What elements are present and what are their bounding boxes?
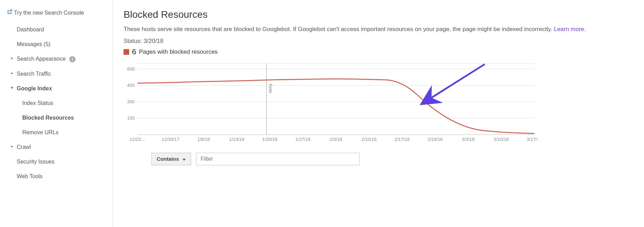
svg-text:450: 450 <box>127 83 135 88</box>
learn-more-link[interactable]: Learn more. <box>554 26 586 32</box>
status-text: Status: 3/20/18 <box>124 38 634 45</box>
sidebar-item-index-status[interactable]: Index Status <box>0 96 113 111</box>
sidebar-item-messages[interactable]: Messages (5) <box>0 37 113 52</box>
main-content: Blocked Resources These hosts serve site… <box>113 0 644 227</box>
svg-text:1/27/18: 1/27/18 <box>295 137 310 142</box>
filter-row: Contains <box>124 153 634 165</box>
svg-text:2/24/18: 2/24/18 <box>427 137 442 142</box>
svg-line-25 <box>429 64 485 100</box>
svg-text:1/20/18: 1/20/18 <box>262 137 277 142</box>
legend-count: 6 <box>132 47 136 56</box>
chart-legend: 6 Pages with blocked resources <box>124 47 634 56</box>
svg-text:2/10/18: 2/10/18 <box>361 137 376 142</box>
filter-input[interactable] <box>196 153 360 165</box>
sidebar-item-remove-urls[interactable]: Remove URLs <box>0 125 113 140</box>
legend-label: Pages with blocked resources <box>139 48 218 55</box>
info-icon: i <box>69 56 76 62</box>
svg-text:300: 300 <box>127 99 135 104</box>
page-title: Blocked Resources <box>124 9 634 20</box>
svg-text:12/30/17: 12/30/17 <box>162 137 180 142</box>
svg-text:2/3/18: 2/3/18 <box>330 137 342 142</box>
svg-text:600: 600 <box>127 66 135 71</box>
sidebar-item-dashboard[interactable]: Dashboard <box>0 22 113 37</box>
svg-text:12/23…: 12/23… <box>129 137 146 142</box>
legend-swatch <box>124 49 129 55</box>
description-text: These hosts serve site resources that ar… <box>124 26 554 32</box>
external-link-icon <box>7 10 14 16</box>
svg-text:3/10/18: 3/10/18 <box>494 137 509 142</box>
try-new-label: Try the new Search Console <box>14 10 84 16</box>
sidebar-item-crawl[interactable]: Crawl <box>0 140 113 154</box>
try-new-console-link[interactable]: Try the new Search Console <box>0 5 113 20</box>
blocked-resources-chart: 15030045060012/23…12/30/171/6/181/13/181… <box>124 61 634 144</box>
svg-text:1/13/18: 1/13/18 <box>229 137 244 142</box>
sidebar-item-security-issues[interactable]: Security Issues <box>0 154 113 169</box>
sidebar-item-search-appearance[interactable]: Search Appearance i <box>0 52 113 67</box>
svg-text:3/3/18: 3/3/18 <box>462 137 474 142</box>
svg-text:1/6/18: 1/6/18 <box>197 137 210 142</box>
sidebar-label: Search Appearance <box>17 56 66 62</box>
sidebar-item-search-traffic[interactable]: Search Traffic <box>0 67 113 81</box>
svg-text:Note: Note <box>268 84 273 93</box>
filter-mode-dropdown[interactable]: Contains <box>151 153 191 165</box>
svg-text:2/17/18: 2/17/18 <box>394 137 409 142</box>
filter-mode-label: Contains <box>157 156 179 162</box>
page-description: These hosts serve site resources that ar… <box>124 25 634 33</box>
svg-text:3/17/18: 3/17/18 <box>527 137 538 142</box>
chevron-down-icon <box>182 156 186 162</box>
sidebar-item-web-tools[interactable]: Web Tools <box>0 169 113 184</box>
sidebar-item-google-index[interactable]: Google Index <box>0 81 113 96</box>
sidebar-item-blocked-resources[interactable]: Blocked Resources <box>0 111 113 125</box>
svg-text:150: 150 <box>127 115 135 121</box>
sidebar: Try the new Search Console Dashboard Mes… <box>0 0 113 227</box>
